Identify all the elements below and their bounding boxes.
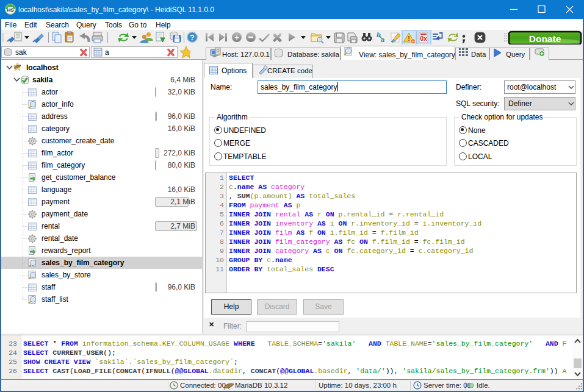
svg-text:Donate: Donate <box>529 34 561 44</box>
svg-text:sak: sak <box>15 48 27 57</box>
svg-text:!: ! <box>408 35 409 42</box>
svg-text:HS: HS <box>7 7 14 13</box>
svg-text:?: ? <box>190 34 194 42</box>
svg-text:+: + <box>234 33 239 42</box>
svg-text:a: a <box>105 48 109 57</box>
svg-text:a: a <box>381 36 384 43</box>
svg-text:0x: 0x <box>420 35 427 42</box>
